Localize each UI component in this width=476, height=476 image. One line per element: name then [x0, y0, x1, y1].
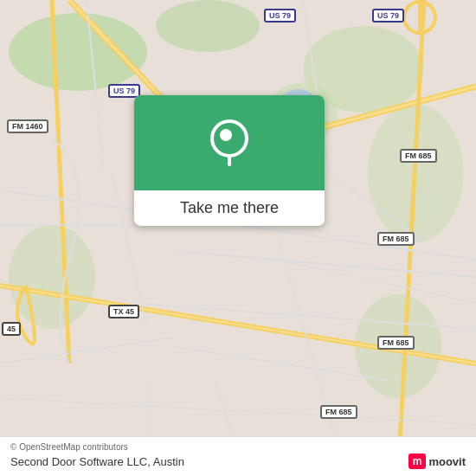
location-info: Second Door Software LLC, Austin m moovi…	[10, 453, 466, 469]
road-shield-fm685-2: FM 685	[377, 232, 415, 246]
road-shield-45: 45	[2, 322, 21, 336]
location-pin-icon	[210, 119, 248, 166]
bottom-bar: © OpenStreetMap contributors Second Door…	[0, 436, 476, 476]
svg-point-2	[156, 0, 260, 52]
copyright-text: © OpenStreetMap contributors	[10, 442, 466, 452]
map-container: US 79 US 79 US 79 FM 1460 FM 685 FM 685 …	[0, 0, 476, 476]
road-shield-us79-top: US 79	[264, 9, 296, 23]
navigation-card: Take me there	[134, 95, 325, 226]
svg-point-6	[9, 225, 95, 329]
moovit-text: moovit	[428, 455, 466, 468]
moovit-icon: m	[408, 453, 427, 469]
road-shield-fm685-1: FM 685	[400, 149, 437, 163]
road-shield-fm1460: FM 1460	[7, 119, 48, 133]
place-name: Second Door Software LLC, Austin	[10, 455, 184, 468]
road-shield-fm685-4: FM 685	[320, 405, 357, 419]
road-shield-tx45: TX 45	[108, 305, 139, 318]
card-header	[134, 95, 325, 190]
take-me-there-button[interactable]: Take me there	[134, 190, 325, 226]
road-shield-us79-left: US 79	[108, 84, 140, 98]
road-shield-us79-top2: US 79	[372, 9, 404, 23]
road-shield-fm685-3: FM 685	[377, 336, 415, 350]
moovit-logo: m moovit	[408, 453, 466, 469]
svg-point-1	[9, 13, 147, 91]
